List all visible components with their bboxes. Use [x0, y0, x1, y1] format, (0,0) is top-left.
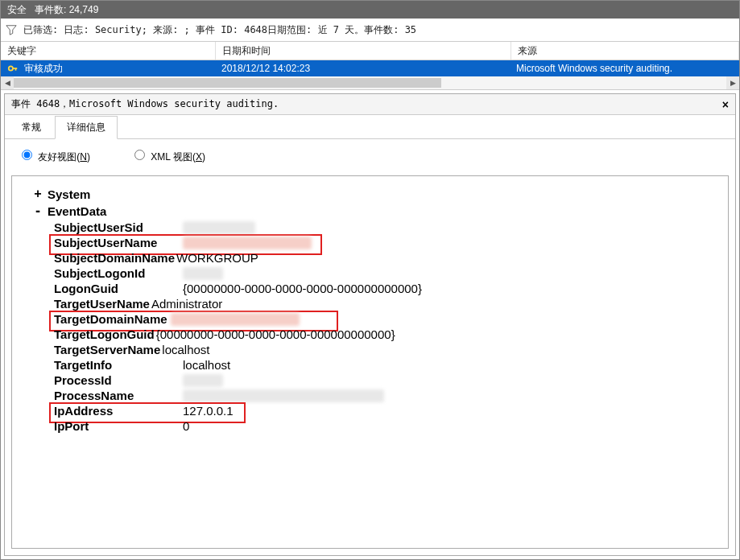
close-icon[interactable]: × — [722, 98, 729, 111]
field-name: ProcessId — [54, 373, 183, 387]
field-name: TargetUserName — [54, 297, 150, 311]
row-targetdomainname: TargetDomainName — [54, 312, 725, 326]
field-name: SubjectUserSid — [54, 220, 183, 234]
expand-icon[interactable]: + — [31, 187, 44, 201]
col-keyword-header[interactable]: 关键字 — [1, 42, 216, 60]
row-subjectdomainname: SubjectDomainName WORKGROUP — [54, 251, 725, 265]
detail-title-text: 事件 4648，Microsoft Windows security audit… — [11, 97, 279, 111]
field-value: {00000000-0000-0000-0000-000000000000} — [156, 327, 395, 341]
redacted-value — [183, 237, 312, 249]
field-value: {00000000-0000-0000-0000-000000000000} — [183, 282, 422, 295]
tree-node-eventdata[interactable]: - EventData — [31, 204, 725, 218]
redacted-value — [183, 389, 384, 402]
row-ipport: IpPort 0 — [54, 419, 725, 433]
scroll-track[interactable] — [14, 78, 726, 88]
field-name: SubjectLogonId — [54, 266, 183, 280]
redacted-value — [171, 313, 300, 326]
view-mode-group: 友好视图(N) XML 视图(X) — [5, 139, 735, 172]
row-targetusername: TargetUserName Administrator — [54, 297, 725, 311]
radio-xml-input[interactable] — [134, 150, 145, 160]
cell-source: Microsoft Windows security auditing. — [510, 61, 739, 76]
key-icon — [7, 63, 19, 74]
table-row[interactable]: 审核成功 2018/12/12 14:02:23 Microsoft Windo… — [1, 60, 739, 76]
col-source-header[interactable]: 来源 — [511, 42, 739, 60]
tab-general[interactable]: 常规 — [10, 116, 53, 139]
cell-keyword: 审核成功 — [1, 60, 215, 77]
event-viewer-window: 安全 事件数: 24,749 已筛选: 日志: Security; 来源: ; … — [0, 0, 740, 560]
table-header-row: 关键字 日期和时间 来源 — [1, 42, 739, 60]
field-name: SubjectUserName — [54, 236, 183, 249]
cell-keyword-text: 审核成功 — [24, 63, 63, 74]
filter-bar: 已筛选: 日志: Security; 来源: ; 事件 ID: 4648日期范围… — [1, 19, 739, 42]
radio-friendly-view[interactable]: 友好视图(N) — [18, 147, 90, 164]
field-name: TargetLogonGuid — [54, 327, 155, 341]
cell-datetime: 2018/12/12 14:02:23 — [215, 61, 510, 76]
radio-friendly-input[interactable] — [22, 150, 32, 160]
field-name: SubjectDomainName — [54, 251, 175, 265]
tree-label-eventdata: EventData — [48, 204, 106, 218]
event-detail-panel: 事件 4648，Microsoft Windows security audit… — [4, 93, 736, 556]
field-name: ProcessName — [54, 389, 183, 402]
redacted-value — [183, 374, 223, 387]
col-datetime-header[interactable]: 日期和时间 — [216, 42, 511, 60]
field-value: 0 — [183, 419, 189, 433]
detail-title-bar: 事件 4648，Microsoft Windows security audit… — [5, 94, 735, 115]
collapse-icon[interactable]: - — [31, 204, 44, 218]
row-targetservername: TargetServerName localhost — [54, 343, 725, 356]
field-value: localhost — [162, 343, 209, 356]
scroll-left-icon[interactable]: ◀ — [1, 76, 14, 89]
scroll-right-icon[interactable]: ▶ — [726, 76, 739, 89]
tab-details[interactable]: 详细信息 — [55, 116, 118, 139]
title-event-count: 事件数: 24,749 — [35, 1, 98, 19]
funnel-icon — [6, 24, 17, 35]
svg-point-0 — [9, 67, 13, 71]
row-ipaddress: IpAddress 127.0.0.1 — [54, 404, 725, 418]
tree-label-system: System — [48, 187, 90, 201]
row-targetlogonguid: TargetLogonGuid {00000000-0000-0000-0000… — [54, 327, 725, 341]
row-targetinfo: TargetInfo localhost — [54, 358, 725, 372]
row-subjectlogonid: SubjectLogonId — [54, 266, 725, 280]
tree-node-system[interactable]: + System — [31, 187, 725, 201]
horizontal-scrollbar[interactable]: ◀ ▶ — [1, 76, 739, 89]
row-subjectusersid: SubjectUserSid — [54, 220, 725, 234]
eventdata-children: SubjectUserSid SubjectUserName SubjectDo… — [54, 220, 725, 433]
field-value: localhost — [183, 358, 230, 372]
field-value: 127.0.0.1 — [183, 404, 234, 418]
title-security-label: 安全 — [7, 1, 27, 19]
field-name: TargetDomainName — [54, 312, 167, 326]
radio-xml-view[interactable]: XML 视图(X) — [130, 147, 205, 164]
redacted-value — [183, 221, 255, 234]
field-name: LogonGuid — [54, 282, 183, 295]
row-logonguid: LogonGuid {00000000-0000-0000-0000-00000… — [54, 282, 725, 295]
field-name: IpAddress — [54, 404, 183, 418]
field-value: WORKGROUP — [176, 251, 258, 265]
events-table: 关键字 日期和时间 来源 审核成功 2018/12/12 14:02:23 Mi… — [1, 42, 739, 90]
row-processname: ProcessName — [54, 389, 725, 402]
field-name: IpPort — [54, 419, 183, 433]
row-subjectusername: SubjectUserName — [54, 236, 725, 249]
detail-tabs: 常规 详细信息 — [5, 115, 735, 139]
row-processid: ProcessId — [54, 373, 725, 387]
filter-text: 已筛选: 日志: Security; 来源: ; 事件 ID: 4648日期范围… — [23, 23, 416, 37]
scroll-thumb[interactable] — [14, 78, 441, 88]
title-bar: 安全 事件数: 24,749 — [1, 1, 739, 19]
field-name: TargetInfo — [54, 358, 183, 372]
redacted-value — [183, 267, 223, 280]
event-data-tree[interactable]: + System - EventData SubjectUserSid Subj… — [11, 175, 729, 549]
field-value: Administrator — [151, 297, 222, 311]
field-name: TargetServerName — [54, 343, 160, 356]
